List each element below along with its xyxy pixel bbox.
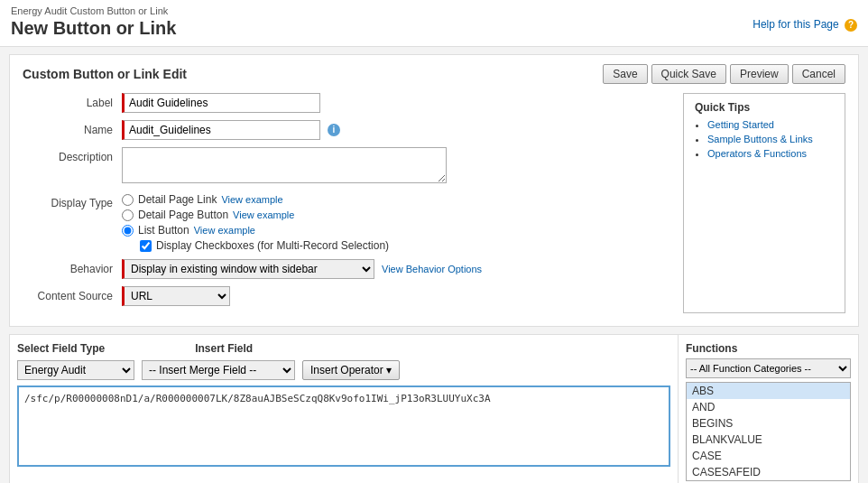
view-behavior-options-link[interactable]: View Behavior Options	[382, 264, 482, 274]
insert-field-label: Insert Field	[195, 342, 253, 355]
function-item-case[interactable]: CASE	[687, 448, 850, 464]
quick-save-button[interactable]: Quick Save	[651, 64, 726, 84]
label-input[interactable]	[122, 93, 320, 113]
help-link-text: Help for this Page	[753, 18, 838, 31]
function-item-begins[interactable]: BEGINS	[687, 415, 850, 432]
description-label: Description	[23, 147, 122, 163]
display-checkboxes-checkbox[interactable]	[140, 240, 152, 252]
function-item-and[interactable]: AND	[687, 399, 850, 415]
name-input[interactable]	[122, 120, 320, 140]
function-item-blankvalue[interactable]: BLANKVALUE	[687, 432, 850, 448]
functions-label: Functions	[686, 342, 851, 355]
url-editor[interactable]: /sfc/p/R00000008nD1/a/R000000007LK/8Z8au…	[17, 385, 670, 467]
display-checkboxes-label: Display Checkboxes (for Multi-Record Sel…	[156, 239, 389, 252]
description-textarea[interactable]	[122, 147, 447, 183]
list-button-example[interactable]: View example	[194, 225, 255, 236]
help-icon: ?	[845, 19, 857, 32]
quick-tips-title: Quick Tips	[695, 101, 834, 114]
url-value: /sfc/p/R00000008nD1/a/R000000007LK/8Z8au…	[24, 393, 491, 404]
form-panel-title: Custom Button or Link Edit	[23, 67, 187, 81]
behavior-select[interactable]: Display in existing window with sidebar	[122, 259, 374, 279]
behavior-label: Behavior	[23, 259, 122, 275]
radio-detail-page-button-label: Detail Page Button	[138, 209, 228, 221]
field-type-select[interactable]: Energy Audit	[17, 360, 134, 380]
radio-detail-page-link[interactable]	[122, 194, 134, 206]
page-title: New Button or Link	[11, 18, 857, 39]
detail-page-button-example[interactable]: View example	[233, 209, 294, 220]
select-field-type-label: Select Field Type	[17, 342, 105, 355]
save-button[interactable]: Save	[603, 64, 647, 84]
insert-operator-button[interactable]: Insert Operator ▾	[302, 360, 400, 380]
display-type-label: Display Type	[23, 193, 122, 209]
preview-button[interactable]: Preview	[730, 64, 789, 84]
name-field-label: Name	[23, 120, 122, 136]
name-info-icon[interactable]: i	[328, 124, 340, 136]
quick-tips-operators-functions[interactable]: Operators & Functions	[707, 148, 807, 159]
functions-list: ABS AND BEGINS BLANKVALUE CASE CASESAFEI…	[686, 382, 851, 481]
label-field-label: Label	[23, 93, 122, 109]
content-source-label: Content Source	[23, 286, 122, 302]
content-source-select[interactable]: URL	[122, 286, 230, 306]
quick-tips-getting-started[interactable]: Getting Started	[707, 119, 774, 130]
detail-page-link-example[interactable]: View example	[221, 194, 282, 205]
function-item-casesafeid[interactable]: CASESAFEID	[687, 464, 850, 480]
quick-tips-sample-buttons[interactable]: Sample Buttons & Links	[707, 134, 813, 144]
insert-field-select[interactable]: -- Insert Merge Field --	[142, 360, 295, 380]
radio-list-button-label: List Button	[138, 224, 189, 237]
functions-category-select[interactable]: -- All Function Categories --	[686, 358, 851, 378]
radio-detail-page-button[interactable]	[122, 209, 134, 221]
cancel-button[interactable]: Cancel	[792, 64, 845, 84]
radio-detail-page-link-label: Detail Page Link	[138, 193, 217, 206]
function-item-abs[interactable]: ABS	[687, 383, 850, 399]
quick-tips-panel: Quick Tips Getting Started Sample Button…	[683, 93, 845, 313]
help-link[interactable]: Help for this Page ?	[753, 18, 857, 32]
insert-operator-label: Insert Operator ▾	[310, 364, 392, 376]
radio-list-button[interactable]	[122, 225, 134, 237]
breadcrumb: Energy Audit Custom Button or Link	[11, 5, 857, 16]
